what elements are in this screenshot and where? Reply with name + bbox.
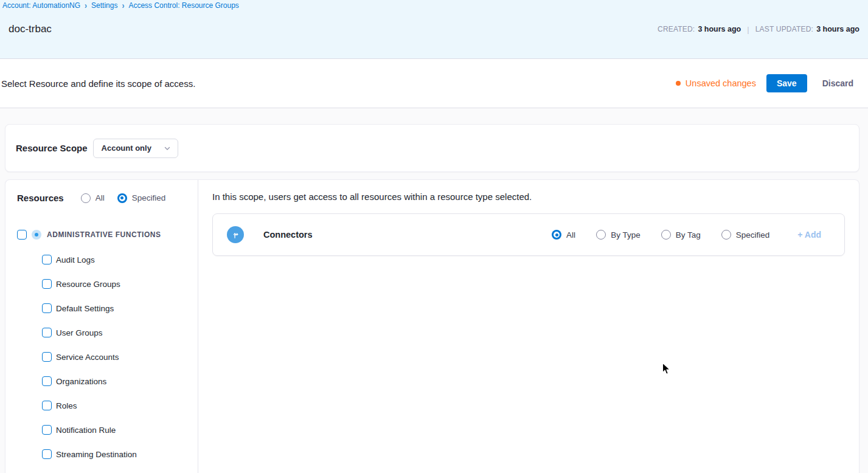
- created-value: 3 hours ago: [698, 25, 741, 33]
- tree-item-user-groups[interactable]: User Groups: [5, 320, 198, 345]
- scope-description: In this scope, users get access to all r…: [212, 192, 845, 202]
- item-checkbox[interactable]: [42, 352, 52, 362]
- created-label: CREATED:: [658, 25, 695, 33]
- connector-radio-specified[interactable]: Specified: [721, 230, 770, 240]
- action-bar-controls: Unsaved changes Save Discard: [676, 74, 859, 92]
- tree-item-default-settings[interactable]: Default Settings: [5, 296, 198, 320]
- item-checkbox[interactable]: [42, 449, 52, 459]
- radio-label: Specified: [132, 193, 166, 202]
- radio-label: All: [95, 193, 105, 202]
- title-row: doc-trbac CREATED: 3 hours ago | LAST UP…: [0, 10, 868, 35]
- item-checkbox[interactable]: [42, 279, 52, 289]
- tree-item-notification-rule[interactable]: Notification Rule: [5, 418, 198, 442]
- resources-header: Resources All Specified: [5, 180, 198, 203]
- item-label: Organizations: [56, 377, 106, 386]
- breadcrumb-resource-groups-link[interactable]: Access Control: Resource Groups: [128, 1, 238, 10]
- connector-radio-by-tag[interactable]: By Tag: [661, 230, 701, 240]
- unsaved-changes-indicator: Unsaved changes: [676, 78, 756, 88]
- last-updated-label: LAST UPDATED:: [755, 25, 814, 33]
- resources-left-panel: Resources All Specified ADMINIST: [5, 180, 198, 473]
- content-area: Resource Scope Account only Resources Al…: [0, 108, 868, 473]
- item-checkbox[interactable]: [42, 255, 52, 264]
- add-button[interactable]: + Add: [797, 230, 821, 240]
- connector-icon: [227, 226, 244, 243]
- tree-item-organizations[interactable]: Organizations: [5, 369, 198, 393]
- group-checkbox[interactable]: [17, 230, 27, 240]
- breadcrumb-separator-icon: ›: [85, 1, 87, 10]
- connector-radio-by-type[interactable]: By Type: [596, 230, 641, 240]
- tree-item-service-accounts[interactable]: Service Accounts: [5, 345, 198, 369]
- item-label: Service Accounts: [56, 353, 119, 362]
- tree-item-resource-groups[interactable]: Resource Groups: [5, 272, 198, 296]
- radio-selected-icon: [117, 193, 127, 203]
- resources-label: Resources: [17, 193, 64, 203]
- page-header: Account: AutomationNG › Settings › Acces…: [0, 0, 868, 59]
- connector-radio-all[interactable]: All: [552, 230, 575, 240]
- admin-functions-icon: [32, 230, 41, 240]
- item-label: Audit Logs: [56, 255, 95, 264]
- item-label: Notification Rule: [56, 426, 116, 435]
- item-label: Streaming Destination: [56, 450, 137, 459]
- resource-scope-selected-value: Account only: [102, 143, 151, 153]
- resources-scope-options: All Specified: [81, 193, 166, 203]
- radio-label: By Tag: [676, 230, 701, 240]
- tree-item-audit-logs[interactable]: Audit Logs: [5, 247, 198, 272]
- item-checkbox[interactable]: [42, 425, 52, 435]
- tree-group-administrative-functions[interactable]: ADMINISTRATIVE FUNCTIONS: [5, 227, 198, 242]
- item-label: Default Settings: [56, 304, 114, 313]
- item-label: Resource Groups: [56, 280, 120, 289]
- connectors-row: Connectors All By Type By Tag: [212, 213, 845, 256]
- item-label: User Groups: [56, 328, 103, 337]
- resources-right-panel: In this scope, users get access to all r…: [198, 180, 859, 473]
- group-label: ADMINISTRATIVE FUNCTIONS: [47, 230, 161, 239]
- resource-scope-dropdown[interactable]: Account only: [93, 139, 178, 158]
- unsaved-changes-label: Unsaved changes: [686, 78, 756, 88]
- item-checkbox[interactable]: [42, 303, 52, 313]
- item-label: Roles: [56, 401, 77, 410]
- radio-icon: [721, 230, 731, 240]
- breadcrumb-account-link[interactable]: Account: AutomationNG: [2, 1, 80, 10]
- action-bar-description: Select Resource and define its scope of …: [1, 78, 195, 89]
- page-title: doc-trbac: [9, 23, 52, 35]
- resources-radio-all[interactable]: All: [81, 193, 105, 203]
- breadcrumb-separator-icon: ›: [122, 1, 124, 10]
- discard-button[interactable]: Discard: [816, 74, 859, 92]
- tree-item-streaming-destination[interactable]: Streaming Destination: [5, 442, 198, 466]
- resources-tree: ADMINISTRATIVE FUNCTIONS Audit Logs Reso…: [5, 227, 198, 466]
- meta-divider: |: [747, 25, 749, 34]
- breadcrumb: Account: AutomationNG › Settings › Acces…: [0, 0, 868, 10]
- breadcrumb-settings-link[interactable]: Settings: [91, 1, 117, 10]
- radio-icon: [596, 230, 606, 240]
- action-bar: Select Resource and define its scope of …: [0, 59, 868, 108]
- tree-items: Audit Logs Resource Groups Default Setti…: [5, 247, 198, 466]
- resource-scope-card: Resource Scope Account only: [5, 124, 859, 172]
- resources-card: Resources All Specified ADMINIST: [5, 179, 859, 473]
- connector-name: Connectors: [263, 230, 313, 240]
- connector-access-options: All By Type By Tag Specified: [552, 230, 769, 240]
- radio-label: All: [566, 230, 575, 240]
- last-updated-value: 3 hours ago: [816, 25, 859, 33]
- resource-scope-label: Resource Scope: [16, 143, 88, 153]
- item-checkbox[interactable]: [42, 401, 52, 410]
- save-button[interactable]: Save: [766, 74, 807, 92]
- tree-item-roles[interactable]: Roles: [5, 393, 198, 418]
- meta-info: CREATED: 3 hours ago | LAST UPDATED: 3 h…: [658, 25, 859, 34]
- radio-icon: [661, 230, 671, 240]
- unsaved-dot-icon: [676, 81, 681, 86]
- radio-selected-icon: [552, 230, 561, 240]
- resources-radio-specified[interactable]: Specified: [117, 193, 166, 203]
- item-checkbox[interactable]: [42, 376, 52, 386]
- item-checkbox[interactable]: [42, 328, 52, 337]
- radio-label: By Type: [611, 230, 641, 240]
- radio-label: Specified: [736, 230, 770, 240]
- radio-icon: [81, 193, 91, 203]
- chevron-down-icon: [164, 145, 171, 152]
